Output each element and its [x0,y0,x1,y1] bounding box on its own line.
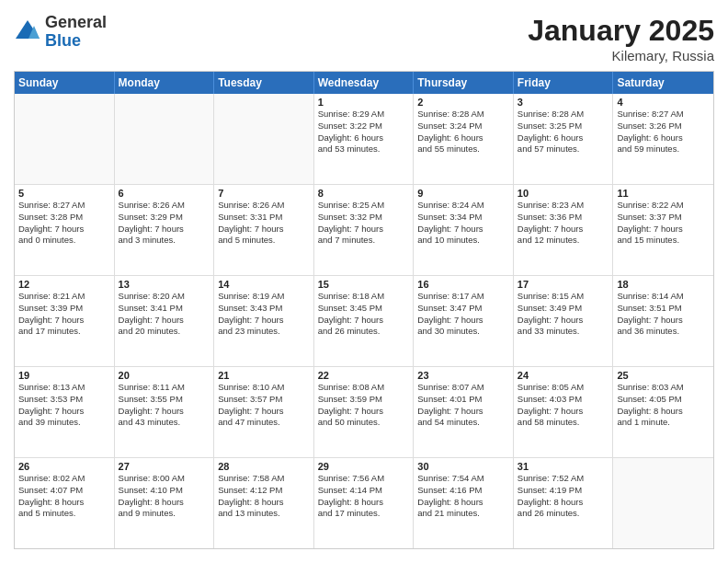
cell-info: Sunrise: 8:15 AM Sunset: 3:49 PM Dayligh… [518,291,609,338]
month-title: January 2025 [528,14,714,48]
day-number: 8 [318,188,410,199]
calendar-cell [115,94,215,184]
calendar-cell: 6Sunrise: 8:26 AM Sunset: 3:29 PM Daylig… [115,185,215,275]
calendar-cell: 2Sunrise: 8:28 AM Sunset: 3:24 PM Daylig… [414,94,514,184]
calendar-cell: 22Sunrise: 8:08 AM Sunset: 3:59 PM Dayli… [314,367,415,457]
calendar-cell: 17Sunrise: 8:15 AM Sunset: 3:49 PM Dayli… [514,276,614,366]
day-number: 10 [518,188,609,199]
cell-info: Sunrise: 8:14 AM Sunset: 3:51 PM Dayligh… [617,291,710,338]
cell-info: Sunrise: 8:08 AM Sunset: 3:59 PM Dayligh… [318,382,410,429]
logo-general: General [45,14,107,32]
cell-info: Sunrise: 8:26 AM Sunset: 3:29 PM Dayligh… [119,200,210,247]
cell-info: Sunrise: 8:10 AM Sunset: 3:57 PM Dayligh… [218,382,310,429]
cell-info: Sunrise: 8:17 AM Sunset: 3:47 PM Dayligh… [417,291,509,338]
calendar-cell: 12Sunrise: 8:21 AM Sunset: 3:39 PM Dayli… [15,276,115,366]
cell-info: Sunrise: 8:02 AM Sunset: 4:07 PM Dayligh… [18,473,110,520]
weekday-header: Tuesday [214,72,314,94]
day-number: 21 [218,370,310,381]
day-number: 22 [318,370,410,381]
calendar: SundayMondayTuesdayWednesdayThursdayFrid… [14,71,714,549]
day-number: 19 [18,370,110,381]
calendar-cell: 13Sunrise: 8:20 AM Sunset: 3:41 PM Dayli… [115,276,215,366]
calendar-cell: 28Sunrise: 7:58 AM Sunset: 4:12 PM Dayli… [214,458,314,548]
cell-info: Sunrise: 8:22 AM Sunset: 3:37 PM Dayligh… [617,200,710,247]
cell-info: Sunrise: 8:18 AM Sunset: 3:45 PM Dayligh… [318,291,410,338]
calendar-cell: 9Sunrise: 8:24 AM Sunset: 3:34 PM Daylig… [414,185,514,275]
day-number: 5 [18,188,110,199]
calendar-row: 19Sunrise: 8:13 AM Sunset: 3:53 PM Dayli… [15,367,713,458]
day-number: 27 [119,461,210,472]
calendar-cell: 26Sunrise: 8:02 AM Sunset: 4:07 PM Dayli… [15,458,115,548]
cell-info: Sunrise: 8:11 AM Sunset: 3:55 PM Dayligh… [119,382,210,429]
day-number: 14 [218,279,310,290]
calendar-cell [214,94,314,184]
cell-info: Sunrise: 8:24 AM Sunset: 3:34 PM Dayligh… [417,200,509,247]
day-number: 30 [417,461,509,472]
calendar-cell: 11Sunrise: 8:22 AM Sunset: 3:37 PM Dayli… [613,185,713,275]
cell-info: Sunrise: 8:27 AM Sunset: 3:28 PM Dayligh… [18,200,110,247]
calendar-cell: 30Sunrise: 7:54 AM Sunset: 4:16 PM Dayli… [414,458,514,548]
day-number: 12 [18,279,110,290]
page: General Blue January 2025 Kilemary, Russ… [0,0,728,563]
day-number: 9 [417,188,509,199]
calendar-cell: 31Sunrise: 7:52 AM Sunset: 4:19 PM Dayli… [514,458,614,548]
day-number: 2 [417,97,509,108]
weekday-header: Thursday [414,72,514,94]
calendar-cell: 23Sunrise: 8:07 AM Sunset: 4:01 PM Dayli… [414,367,514,457]
calendar-cell: 15Sunrise: 8:18 AM Sunset: 3:45 PM Dayli… [314,276,415,366]
calendar-cell: 19Sunrise: 8:13 AM Sunset: 3:53 PM Dayli… [15,367,115,457]
day-number: 24 [518,370,609,381]
day-number: 29 [318,461,410,472]
day-number: 26 [18,461,110,472]
calendar-row: 12Sunrise: 8:21 AM Sunset: 3:39 PM Dayli… [15,276,713,367]
weekday-header: Saturday [613,72,713,94]
location: Kilemary, Russia [528,48,714,63]
calendar-cell: 4Sunrise: 8:27 AM Sunset: 3:26 PM Daylig… [613,94,713,184]
day-number: 20 [119,370,210,381]
cell-info: Sunrise: 7:58 AM Sunset: 4:12 PM Dayligh… [218,473,310,520]
calendar-cell: 5Sunrise: 8:27 AM Sunset: 3:28 PM Daylig… [15,185,115,275]
cell-info: Sunrise: 8:25 AM Sunset: 3:32 PM Dayligh… [318,200,410,247]
cell-info: Sunrise: 8:13 AM Sunset: 3:53 PM Dayligh… [18,382,110,429]
day-number: 23 [417,370,509,381]
calendar-cell: 27Sunrise: 8:00 AM Sunset: 4:10 PM Dayli… [115,458,215,548]
calendar-cell: 29Sunrise: 7:56 AM Sunset: 4:14 PM Dayli… [314,458,415,548]
header: General Blue January 2025 Kilemary, Russ… [14,14,714,63]
calendar-header: SundayMondayTuesdayWednesdayThursdayFrid… [15,72,713,94]
weekday-header: Sunday [15,72,115,94]
day-number: 3 [518,97,609,108]
cell-info: Sunrise: 8:28 AM Sunset: 3:25 PM Dayligh… [518,109,609,155]
calendar-cell: 3Sunrise: 8:28 AM Sunset: 3:25 PM Daylig… [514,94,614,184]
cell-info: Sunrise: 7:56 AM Sunset: 4:14 PM Dayligh… [318,473,410,520]
calendar-body: 1Sunrise: 8:29 AM Sunset: 3:22 PM Daylig… [15,94,713,548]
cell-info: Sunrise: 7:52 AM Sunset: 4:19 PM Dayligh… [518,473,609,520]
logo: General Blue [14,14,107,51]
calendar-cell: 25Sunrise: 8:03 AM Sunset: 4:05 PM Dayli… [613,367,713,457]
weekday-header: Monday [115,72,215,94]
day-number: 4 [617,97,710,108]
cell-info: Sunrise: 8:00 AM Sunset: 4:10 PM Dayligh… [119,473,210,520]
day-number: 16 [417,279,509,290]
calendar-cell: 20Sunrise: 8:11 AM Sunset: 3:55 PM Dayli… [115,367,215,457]
day-number: 1 [318,97,410,108]
calendar-row: 5Sunrise: 8:27 AM Sunset: 3:28 PM Daylig… [15,185,713,276]
cell-info: Sunrise: 8:03 AM Sunset: 4:05 PM Dayligh… [617,382,710,429]
day-number: 6 [119,188,210,199]
cell-info: Sunrise: 8:19 AM Sunset: 3:43 PM Dayligh… [218,291,310,338]
calendar-row: 26Sunrise: 8:02 AM Sunset: 4:07 PM Dayli… [15,458,713,548]
calendar-row: 1Sunrise: 8:29 AM Sunset: 3:22 PM Daylig… [15,94,713,185]
day-number: 13 [119,279,210,290]
day-number: 11 [617,188,710,199]
logo-text: General Blue [45,14,107,51]
calendar-cell: 24Sunrise: 8:05 AM Sunset: 4:03 PM Dayli… [514,367,614,457]
day-number: 17 [518,279,609,290]
calendar-cell: 14Sunrise: 8:19 AM Sunset: 3:43 PM Dayli… [214,276,314,366]
day-number: 15 [318,279,410,290]
cell-info: Sunrise: 8:26 AM Sunset: 3:31 PM Dayligh… [218,200,310,247]
cell-info: Sunrise: 8:21 AM Sunset: 3:39 PM Dayligh… [18,291,110,338]
cell-info: Sunrise: 8:27 AM Sunset: 3:26 PM Dayligh… [617,109,710,155]
day-number: 7 [218,188,310,199]
cell-info: Sunrise: 8:23 AM Sunset: 3:36 PM Dayligh… [518,200,609,247]
calendar-cell: 7Sunrise: 8:26 AM Sunset: 3:31 PM Daylig… [214,185,314,275]
cell-info: Sunrise: 8:20 AM Sunset: 3:41 PM Dayligh… [119,291,210,338]
